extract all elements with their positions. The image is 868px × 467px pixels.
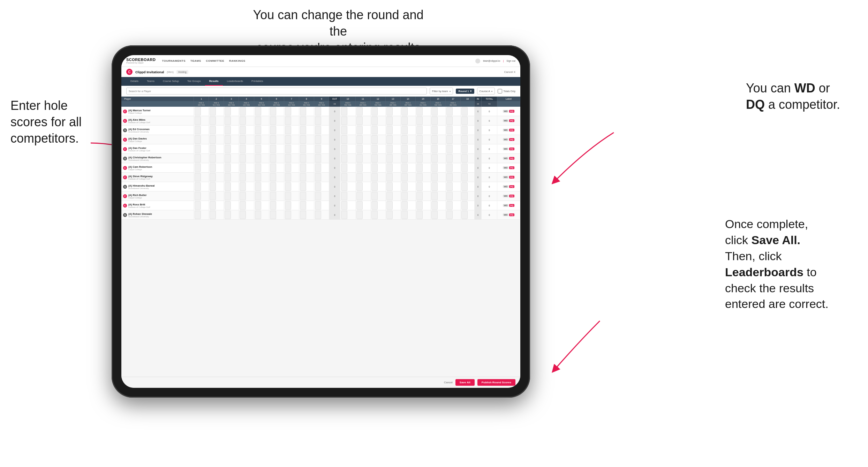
score-hole-14[interactable] <box>400 107 415 116</box>
score-hole-4[interactable] <box>239 154 254 163</box>
score-hole-11[interactable] <box>355 126 370 135</box>
score-input-4[interactable] <box>240 173 246 181</box>
score-hole-9[interactable] <box>314 210 329 220</box>
score-hole-15[interactable] <box>415 182 430 191</box>
score-input-8[interactable] <box>300 154 306 163</box>
score-input-14[interactable] <box>401 173 408 181</box>
score-input-10[interactable] <box>341 192 347 200</box>
score-input-4[interactable] <box>240 107 246 115</box>
score-input-10[interactable] <box>341 154 347 163</box>
score-hole-11[interactable] <box>355 107 370 116</box>
score-input-5[interactable] <box>255 192 261 200</box>
score-input-15[interactable] <box>416 211 423 219</box>
score-input-9[interactable] <box>315 135 321 144</box>
score-hole-12[interactable] <box>370 210 385 220</box>
score-hole-10[interactable] <box>340 107 355 116</box>
score-input-1[interactable] <box>195 192 201 200</box>
score-hole-17[interactable] <box>446 154 461 163</box>
score-hole-7[interactable] <box>284 107 299 116</box>
score-hole-2[interactable] <box>209 126 224 135</box>
score-input-5[interactable] <box>255 135 261 144</box>
score-input-9[interactable] <box>315 126 321 134</box>
score-hole-14[interactable] <box>400 154 415 163</box>
score-hole-11[interactable] <box>355 191 370 201</box>
score-input-10[interactable] <box>341 182 347 191</box>
score-input-17[interactable] <box>446 107 453 115</box>
score-input-12[interactable] <box>371 173 378 181</box>
score-input-5[interactable] <box>255 164 261 172</box>
score-hole-15[interactable] <box>415 107 430 116</box>
score-input-9[interactable] <box>315 164 321 172</box>
score-hole-15[interactable] <box>415 210 430 220</box>
score-hole-9[interactable] <box>314 144 329 154</box>
score-input-4[interactable] <box>240 154 246 163</box>
score-input-10[interactable] <box>341 135 347 144</box>
score-input-8[interactable] <box>300 192 306 200</box>
score-hole-1[interactable] <box>194 107 209 116</box>
score-input-2[interactable] <box>210 145 216 153</box>
search-input[interactable] <box>126 88 427 95</box>
score-input-5[interactable] <box>255 154 261 163</box>
dq-button[interactable]: DQ <box>509 185 514 188</box>
score-input-17[interactable] <box>446 201 453 210</box>
score-input-10[interactable] <box>341 211 347 219</box>
score-hole-6[interactable] <box>269 191 284 201</box>
score-hole-14[interactable] <box>400 163 415 173</box>
score-hole-11[interactable] <box>355 173 370 182</box>
filter-team-dropdown[interactable]: Filter by team ▾ <box>430 88 453 95</box>
score-input-16[interactable] <box>431 107 438 115</box>
score-hole-3[interactable] <box>224 107 239 116</box>
wd-button[interactable]: WD <box>503 119 508 122</box>
score-hole-8[interactable] <box>299 210 314 220</box>
wd-button[interactable]: WD <box>503 110 508 113</box>
score-hole-5[interactable] <box>254 182 269 191</box>
score-hole-5[interactable] <box>254 135 269 144</box>
score-input-13[interactable] <box>386 173 393 181</box>
score-input-6[interactable] <box>270 173 276 181</box>
score-hole-16[interactable] <box>430 126 445 135</box>
score-input-7[interactable] <box>285 211 291 219</box>
score-input-6[interactable] <box>270 116 276 125</box>
course-selector[interactable]: Course A ▾ <box>477 88 495 95</box>
score-input-13[interactable] <box>386 192 393 200</box>
score-hole-14[interactable] <box>400 144 415 154</box>
score-input-1[interactable] <box>195 135 201 144</box>
sign-out-text[interactable]: Sign out <box>506 60 515 62</box>
wd-button[interactable]: WD <box>503 176 508 179</box>
score-input-3[interactable] <box>225 145 231 153</box>
score-input-11[interactable] <box>356 192 363 200</box>
score-input-11[interactable] <box>356 182 363 191</box>
dq-button[interactable]: DQ <box>509 213 514 216</box>
score-hole-4[interactable] <box>239 116 254 126</box>
score-hole-2[interactable] <box>209 135 224 144</box>
score-input-16[interactable] <box>431 154 438 163</box>
dq-button[interactable]: DQ <box>509 166 514 169</box>
score-input-10[interactable] <box>341 164 347 172</box>
wd-button[interactable]: WD <box>503 195 508 197</box>
dq-button[interactable]: DQ <box>509 138 514 141</box>
score-hole-1[interactable] <box>194 154 209 163</box>
score-hole-10[interactable] <box>340 210 355 220</box>
score-input-18[interactable] <box>461 211 468 219</box>
score-hole-12[interactable] <box>370 201 385 210</box>
score-input-7[interactable] <box>285 116 291 125</box>
score-hole-3[interactable] <box>224 144 239 154</box>
score-input-2[interactable] <box>210 211 216 219</box>
score-hole-2[interactable] <box>209 173 224 182</box>
score-input-3[interactable] <box>225 164 231 172</box>
score-input-5[interactable] <box>255 211 261 219</box>
tab-results[interactable]: Results <box>205 77 223 86</box>
score-input-13[interactable] <box>386 145 393 153</box>
score-input-12[interactable] <box>371 201 378 210</box>
score-input-7[interactable] <box>285 182 291 191</box>
score-hole-13[interactable] <box>385 116 400 126</box>
score-hole-15[interactable] <box>415 201 430 210</box>
score-input-14[interactable] <box>401 107 408 115</box>
score-input-11[interactable] <box>356 164 363 172</box>
score-input-9[interactable] <box>315 145 321 153</box>
score-hole-5[interactable] <box>254 201 269 210</box>
wd-button[interactable]: WD <box>503 129 508 131</box>
cancel-button-top[interactable]: Cancel X <box>504 70 515 74</box>
score-hole-10[interactable] <box>340 135 355 144</box>
score-hole-16[interactable] <box>430 163 445 173</box>
